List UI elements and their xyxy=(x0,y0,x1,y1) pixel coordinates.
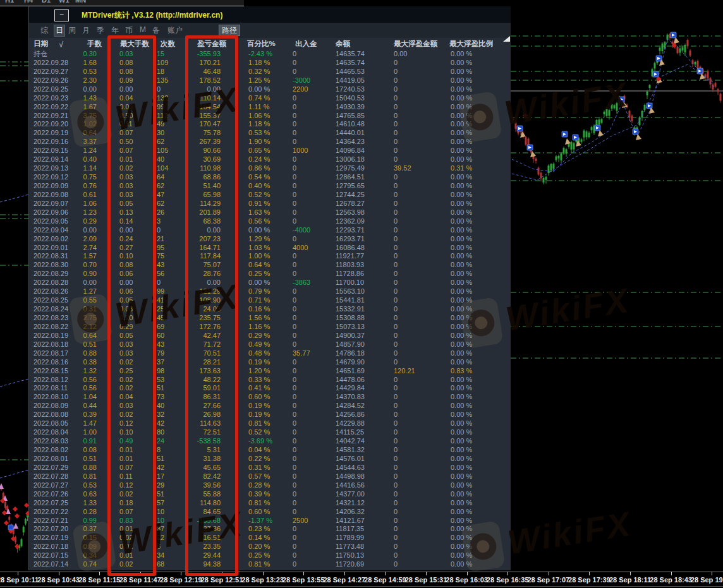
cell: 0 xyxy=(293,384,331,392)
cell: 0.32 % xyxy=(248,68,286,76)
tab-月[interactable]: 月 xyxy=(82,25,90,36)
cell: 0.00 % xyxy=(451,261,506,269)
table-row[interactable]: 2022.09.140.400.014030.690.24 %013006.18… xyxy=(29,155,511,164)
table-row[interactable]: 2022.09.012.740.2795164.711.03 %40001608… xyxy=(29,244,511,253)
table-row[interactable]: 2022.07.180.090.02623.350.20 %011773.480… xyxy=(29,543,511,551)
tab-日[interactable]: 日 xyxy=(54,25,65,37)
cell: 0.00 % xyxy=(451,349,506,357)
cell: 1.06 % xyxy=(248,112,286,120)
table-row[interactable]: 2022.07.260.630.025155.880.39 %014377.00… xyxy=(29,490,511,499)
table-row[interactable]: 2022.09.071.060.0562114.290.91 %012678.2… xyxy=(29,200,511,208)
table-row[interactable]: 2022.08.250.550.0541108.900.71 %015441.8… xyxy=(29,296,511,305)
table-row[interactable]: 2022.08.170.880.037970.510.48 %35.771478… xyxy=(29,349,511,358)
table-row[interactable]: 2022.09.050.290.14368.380.56 %012362.090… xyxy=(29,217,511,226)
tab-季[interactable]: 季 xyxy=(97,25,104,36)
table-row[interactable]: 2022.09.163.370.5062267.391.90 %014364.2… xyxy=(29,138,511,147)
table-row[interactable]: 2022.09.022.090.2421207.231.29 %016293.7… xyxy=(29,235,511,244)
cell: 0 xyxy=(293,217,331,225)
tab-币[interactable]: 币 xyxy=(125,25,133,36)
table-row[interactable]: 2022.07.140.740.026894.380.81 %011720.69… xyxy=(29,560,511,569)
table-row[interactable]: 2022.07.280.810.111782.420.57 %014498.98… xyxy=(29,472,511,481)
table-row[interactable]: 2022.08.290.900.065628.760.25 %011728.86… xyxy=(29,270,511,279)
cell: 0.19 % xyxy=(248,402,286,410)
table-row[interactable]: 2022.07.200.370.013727.360.23 %011817.35… xyxy=(29,525,511,534)
table-row[interactable]: 2022.08.080.390.023226.980.19 %014256.86… xyxy=(29,411,511,419)
cell: 0.34 xyxy=(68,551,97,560)
table-row[interactable]: 2022.08.222.120.2969172.761.16 %015073.1… xyxy=(29,323,511,332)
path-button[interactable]: 路径 xyxy=(219,25,240,36)
timeframe-button-h4[interactable]: H4 xyxy=(24,0,33,4)
cell: 0.00 % xyxy=(451,446,506,454)
table-row[interactable]: 2022.09.190.640.073075.780.53 %014440.01… xyxy=(29,129,511,138)
table-row-open-positions[interactable]: 持仓0.300.0315-355.93-2.43 %014635.740.000… xyxy=(29,50,511,59)
table-row[interactable]: 2022.09.201.020.1149170.471.18 %014610.4… xyxy=(29,120,511,129)
tab-综[interactable]: 综 xyxy=(40,25,48,36)
table-row[interactable]: 2022.09.250.000.0000.000.00 %220017240.5… xyxy=(29,85,511,94)
table-row[interactable]: 2022.09.262.300.09135178.521.25 %-300014… xyxy=(29,76,511,85)
sell-diamond-marker-icon xyxy=(15,513,20,519)
timeframe-button-d1[interactable]: D1 xyxy=(42,0,51,4)
table-row[interactable]: 2022.09.213.750.50112155.371.06 %014765.… xyxy=(29,112,511,121)
table-row[interactable]: 2022.07.270.530.122939.560.28 %014416.56… xyxy=(29,481,511,490)
table-row[interactable]: 2022.08.160.380.023728.210.19 %014679.90… xyxy=(29,358,511,367)
minimize-button[interactable]: − xyxy=(54,9,69,21)
table-row[interactable]: 2022.08.232.750.2045235.751.56 %015308.8… xyxy=(29,314,511,323)
cell: 0 xyxy=(394,384,444,392)
table-row[interactable]: 2022.08.110.560.025159.010.41 %014429.84… xyxy=(29,384,511,393)
table-row[interactable]: 2022.09.151.240.0710590.660.65 %10001409… xyxy=(29,147,511,155)
table-row[interactable]: 2022.09.131.140.02104110.980.86 %012975.… xyxy=(29,164,511,173)
tab-备[interactable]: 备 xyxy=(152,25,160,36)
cell: 0.74 % xyxy=(248,94,286,102)
table-row[interactable]: 2022.09.080.610.034765.980.52 %012744.25… xyxy=(29,191,511,200)
table-row[interactable]: 2022.09.221.670.0699164.541.11 %014930.3… xyxy=(29,103,511,112)
cell: 0.00 % xyxy=(451,560,506,568)
table-row[interactable]: 2022.09.040.000.0000.000.00 %-400012293.… xyxy=(29,226,511,235)
table-row[interactable]: 2022.08.180.510.034371.720.49 %014857.90… xyxy=(29,340,511,349)
table-row[interactable]: 2022.08.151.320.2598173.631.20 %014651.6… xyxy=(29,367,511,376)
timeframe-button-h1[interactable]: H1 xyxy=(5,0,14,4)
table-row[interactable]: 2022.09.231.430.04132110.140.74 %015040.… xyxy=(29,94,511,103)
table-row[interactable]: 2022.09.270.530.081846.480.32 %014465.53… xyxy=(29,68,511,76)
cell: 0.00 % xyxy=(451,76,506,85)
table-row[interactable]: 2022.08.190.640.056042.470.29 %014900.37… xyxy=(29,332,511,340)
column-header: 余额 xyxy=(336,39,350,49)
table-row[interactable]: 2022.08.261.270.0699121.290.79 %015563.1… xyxy=(29,287,511,296)
table-row[interactable]: 2022.08.120.560.025348.220.33 %014478.06… xyxy=(29,376,511,385)
tab-年[interactable]: 年 xyxy=(111,25,119,36)
timeframe-button-mn[interactable]: MN xyxy=(75,0,86,4)
table-row[interactable]: 2022.07.220.280.071084.650.60 %014206.32… xyxy=(29,508,511,517)
table-row[interactable]: 2022.07.190.150.021216.510.14 %011789.99… xyxy=(29,534,511,543)
table-row[interactable]: 2022.09.061.230.1326201.891.63 %012563.9… xyxy=(29,208,511,217)
tab-账户[interactable]: 账户 xyxy=(167,25,183,36)
table-row[interactable]: 2022.07.251.330.1857114.800.81 %014321.1… xyxy=(29,499,511,508)
table-row[interactable]: 2022.08.300.700.084375.070.64 %011803.93… xyxy=(29,261,511,270)
table-row[interactable]: 2022.08.240.310.032524.030.16 %015332.91… xyxy=(29,305,511,314)
table-row[interactable]: 2022.08.010.510.015131.380.22 %014576.01… xyxy=(29,455,511,464)
tab-周[interactable]: 周 xyxy=(68,25,76,36)
tab-M[interactable]: M xyxy=(140,25,146,34)
table-row[interactable]: 2022.08.030.910.4924-538.58-3.69 %014042… xyxy=(29,437,511,446)
table-row[interactable]: 2022.09.090.760.036251.400.40 %012795.65… xyxy=(29,182,511,191)
cell: 0 xyxy=(394,490,444,498)
table-row[interactable]: 2022.09.120.750.036468.860.54 %012864.51… xyxy=(29,173,511,182)
table-row[interactable]: 2022.08.101.040.047386.310.60 %014370.83… xyxy=(29,393,511,402)
table-row[interactable]: 2022.08.020.080.0185.310.04 %014581.3200… xyxy=(29,446,511,455)
table-row[interactable]: 2022.07.210.990.8310-195.68-1.37 %250014… xyxy=(29,517,511,525)
cell: 14377.00 xyxy=(336,490,386,498)
cell: 0 xyxy=(394,314,444,322)
cell: 0 xyxy=(293,411,331,419)
table-row[interactable]: 2022.08.090.440.034027.660.19 %014284.52… xyxy=(29,402,511,411)
cell: 0.86 % xyxy=(248,164,286,172)
table-row[interactable]: 2022.08.280.000.0000.000.00 %-386311700.… xyxy=(29,279,511,287)
cell: 0 xyxy=(293,464,331,472)
cell: 0.44 xyxy=(68,402,97,410)
check-icon[interactable]: √ xyxy=(59,40,63,49)
table-row[interactable]: 2022.07.150.340.013429.440.25 %011750.13… xyxy=(29,551,511,560)
cell: 0 xyxy=(293,59,331,67)
table-row[interactable]: 2022.08.311.570.1075117.841.00 %011921.7… xyxy=(29,252,511,261)
timeframe-button-w1[interactable]: W1 xyxy=(59,0,70,4)
table-row[interactable]: 2022.08.041.000.108072.510.52 %014115.25… xyxy=(29,428,511,437)
table-row[interactable]: 2022.07.290.880.074245.650.31 %014544.63… xyxy=(29,464,511,472)
table-row[interactable]: 2022.09.281.680.08109170.211.18 %014635.… xyxy=(29,59,511,68)
table-row[interactable]: 2022.08.051.470.1242114.630.81 %014229.8… xyxy=(29,419,511,428)
